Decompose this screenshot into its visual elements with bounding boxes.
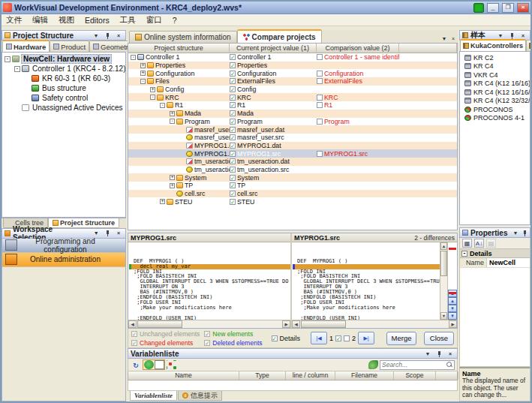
- row-current-cell[interactable]: ✓ Mada: [230, 110, 317, 118]
- right-vscrollbar[interactable]: ▲ ▼: [440, 242, 447, 320]
- expand-icon[interactable]: -: [160, 103, 165, 108]
- current-checkbox[interactable]: ✓: [230, 191, 236, 197]
- compare-row[interactable]: - Program ✓ Program ✓ Program: [128, 118, 457, 126]
- details-group[interactable]: - Details: [460, 249, 530, 258]
- row-comparison-cell[interactable]: ✓: [317, 142, 399, 150]
- compare-row[interactable]: masref_user.dat ✓ masref_user.dat ✓: [128, 125, 457, 134]
- scroll-thumb[interactable]: [137, 320, 182, 328]
- row-current-cell[interactable]: ✓ tm_useraction.src: [230, 166, 317, 174]
- current-checkbox[interactable]: ✓: [230, 54, 236, 60]
- details-checkbox[interactable]: ✓: [272, 335, 278, 341]
- collapse-icon[interactable]: -: [461, 251, 467, 257]
- expand-icon[interactable]: -: [170, 119, 175, 124]
- variable-column-header[interactable]: line / column: [286, 371, 335, 380]
- left-tab[interactable]: Product: [50, 41, 89, 52]
- menu-item[interactable]: 文件: [6, 15, 22, 26]
- compare-row[interactable]: tm_useraction.src ✓ tm_useraction.src ✓: [128, 166, 457, 174]
- expand-icon[interactable]: -: [140, 79, 146, 84]
- compare-row[interactable]: + STEU ✓ STEU ✓: [128, 197, 457, 206]
- row-comparison-cell[interactable]: ✓ KRC: [317, 93, 399, 101]
- compare-row[interactable]: masref_user.src ✓ masref_user.src ✓: [128, 134, 457, 142]
- scroll-thumb[interactable]: [301, 320, 346, 328]
- row-structure-cell[interactable]: + STEU: [128, 197, 230, 206]
- expand-icon[interactable]: -: [14, 66, 20, 72]
- expand-icon[interactable]: -: [150, 95, 155, 100]
- col-project-structure[interactable]: Project structure: [128, 44, 230, 53]
- row-structure-cell[interactable]: - R1: [128, 101, 230, 110]
- row-current-cell[interactable]: ✓ cell.src: [230, 190, 317, 198]
- tab-message-hints[interactable]: i 信息提示: [178, 391, 222, 401]
- tree-item[interactable]: Bus structure: [2, 83, 125, 93]
- compare-row[interactable]: cell.src ✓ cell.src ✓: [128, 190, 457, 198]
- menu-item[interactable]: 视图: [59, 15, 74, 26]
- compare-row[interactable]: + TP ✓ TP ✓: [128, 182, 457, 190]
- tab-kukacontrollers[interactable]: KukaControllers: [460, 39, 526, 51]
- tab-compare-projects[interactable]: Compare projects: [237, 29, 322, 43]
- row-current-cell[interactable]: ✓ masref_user.src: [230, 134, 317, 142]
- page2-checkbox[interactable]: ✓: [344, 335, 350, 341]
- row-current-cell[interactable]: ✓ ExternalFiles: [230, 77, 317, 86]
- dropdown-icon[interactable]: ▼: [423, 350, 432, 358]
- current-checkbox[interactable]: ✓: [230, 167, 236, 173]
- catalog-item[interactable]: VKR C4: [460, 71, 530, 80]
- close-button[interactable]: ×: [517, 3, 529, 13]
- current-checkbox[interactable]: ✓: [230, 71, 236, 77]
- variable-column-header[interactable]: [436, 371, 458, 380]
- row-comparison-cell[interactable]: ✓: [317, 110, 399, 118]
- expand-icon[interactable]: -: [5, 56, 11, 62]
- row-comparison-cell[interactable]: ✓: [317, 134, 399, 142]
- close-panel-icon[interactable]: ×: [446, 350, 455, 358]
- minimize-button[interactable]: _: [487, 3, 499, 13]
- comparison-checkbox[interactable]: ✓: [317, 78, 323, 84]
- next-diff-button[interactable]: ▼: [448, 305, 457, 312]
- close-compare-button[interactable]: Close: [424, 332, 454, 345]
- dropdown-icon[interactable]: ▼: [92, 32, 101, 40]
- row-structure-cell[interactable]: - KRC: [128, 93, 230, 101]
- left-tab[interactable]: Hardware: [2, 40, 50, 52]
- current-checkbox[interactable]: ✓: [230, 78, 236, 84]
- comparison-checkbox[interactable]: ✓: [317, 95, 323, 101]
- compare-row[interactable]: - KRC ✓ KRC ✓ KRC: [128, 93, 457, 101]
- search-icon[interactable]: [446, 362, 452, 368]
- row-comparison-cell[interactable]: ✓: [317, 86, 399, 94]
- row-structure-cell[interactable]: + TP: [128, 182, 230, 190]
- current-checkbox[interactable]: ✓: [230, 182, 236, 188]
- first-page-button[interactable]: |◀: [311, 332, 327, 344]
- comparison-checkbox[interactable]: ✓: [317, 71, 323, 77]
- row-comparison-cell[interactable]: ✓ ExternalFiles: [317, 77, 399, 86]
- close-panel-icon[interactable]: ×: [518, 32, 527, 40]
- row-current-cell[interactable]: ✓ tm_useraction.dat: [230, 158, 317, 166]
- row-current-cell[interactable]: ✓ Properties: [230, 62, 317, 70]
- tab-catalog-other[interactable]: [526, 40, 530, 51]
- unchanged-checkbox[interactable]: ✓: [131, 331, 137, 337]
- scroll-thumb[interactable]: [440, 251, 447, 276]
- current-checkbox[interactable]: ✓: [230, 143, 236, 149]
- page1-checkbox[interactable]: ✓: [335, 335, 341, 341]
- compare-row[interactable]: + Config ✓ Config ✓: [128, 86, 457, 94]
- merge-button[interactable]: Merge: [386, 332, 416, 345]
- current-checkbox[interactable]: ✓: [230, 102, 236, 108]
- current-checkbox[interactable]: ✓: [230, 151, 236, 157]
- menu-item[interactable]: Editors: [85, 16, 110, 25]
- close-panel-icon[interactable]: ×: [114, 229, 123, 237]
- compare-row[interactable]: - Files ✓ ExternalFiles ✓ ExternalFiles: [128, 77, 457, 86]
- catalog-item[interactable]: PROCONOS: [460, 105, 530, 114]
- workspace-item[interactable]: Online administration: [2, 253, 125, 267]
- comparison-checkbox[interactable]: ✓: [317, 102, 323, 108]
- row-structure-cell[interactable]: + Config: [128, 86, 230, 94]
- comparison-checkbox[interactable]: ✓: [317, 119, 323, 125]
- col-current-value[interactable]: Current project value (1): [230, 44, 317, 53]
- row-structure-cell[interactable]: MYPROG1.dat: [128, 142, 230, 150]
- menu-item[interactable]: 窗口: [146, 15, 162, 26]
- current-checkbox[interactable]: ✓: [230, 110, 236, 116]
- row-current-cell[interactable]: ✓ KRC: [230, 93, 317, 101]
- row-structure-cell[interactable]: - Program: [128, 118, 230, 126]
- tab-dropdown-icon[interactable]: ▼: [440, 35, 449, 43]
- name-property-value[interactable]: NewCell: [487, 258, 530, 267]
- row-comparison-cell[interactable]: ✓: [317, 197, 399, 206]
- row-comparison-cell[interactable]: ✓ Configuration: [317, 69, 399, 77]
- window-filter-icon[interactable]: [155, 360, 164, 369]
- tree-item[interactable]: - Controller 1 (KRC4 - 8.2.12): [2, 64, 125, 74]
- row-current-cell[interactable]: ✓ Program: [230, 118, 317, 126]
- row-structure-cell[interactable]: tm_useraction.dat: [128, 158, 230, 166]
